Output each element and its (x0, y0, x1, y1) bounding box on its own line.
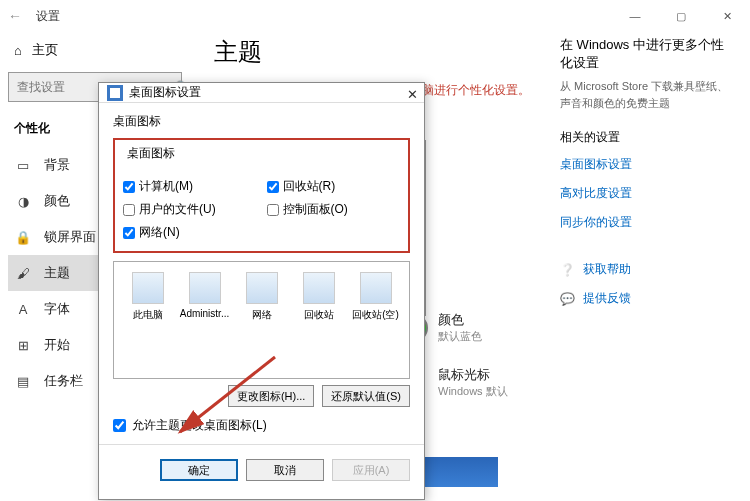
dialog-titlebar: 桌面图标设置 ✕ (99, 83, 424, 102)
dialog-close-button[interactable]: ✕ (407, 87, 418, 102)
minimize-button[interactable]: — (612, 0, 658, 32)
desktop-icon-image (303, 272, 335, 304)
cursor-label: 鼠标光标 (438, 366, 508, 384)
desktop-icon-label: 回收站(空) (352, 309, 399, 320)
start-icon: ⊞ (14, 338, 32, 353)
desktop-icon-image (189, 272, 221, 304)
related-settings-title: 相关的设置 (560, 129, 730, 146)
close-window-button[interactable]: ✕ (704, 0, 750, 32)
page-title: 主题 (214, 32, 560, 82)
check-user-files[interactable]: 用户的文件(U) (123, 201, 257, 218)
desktop-icon-option[interactable]: 回收站 (293, 272, 344, 368)
desktop-icon-image (360, 272, 392, 304)
group-label: 桌面图标 (113, 113, 410, 130)
sidebar-item-label: 任务栏 (44, 372, 83, 390)
check-control-panel[interactable]: 控制面板(O) (267, 201, 401, 218)
ok-button[interactable]: 确定 (160, 459, 238, 481)
cancel-button[interactable]: 取消 (246, 459, 324, 481)
home-label: 主页 (32, 41, 58, 59)
desktop-icon-option[interactable]: Administr... (179, 272, 230, 368)
restore-defaults-button[interactable]: 还原默认值(S) (322, 385, 410, 407)
desktop-icon-option[interactable]: 回收站(空) (350, 272, 401, 368)
back-button[interactable]: ← (8, 8, 36, 24)
window-buttons: — ▢ ✕ (612, 0, 750, 32)
allow-themes-change-check[interactable]: 允许主题更改桌面图标(L) (113, 417, 410, 434)
highlighted-group: 桌面图标 计算机(M) 回收站(R) 用户的文件(U) 控制面板(O) 网络(N… (113, 138, 410, 253)
desktop-icon-option[interactable]: 此电脑 (122, 272, 173, 368)
sidebar-item-label: 颜色 (44, 192, 70, 210)
desktop-icon-image (132, 272, 164, 304)
maximize-button[interactable]: ▢ (658, 0, 704, 32)
right-rail: 在 Windows 中进行更多个性化设置 从 Microsoft Store 下… (560, 32, 730, 501)
check-network[interactable]: 网络(N) (123, 224, 257, 241)
link-high-contrast[interactable]: 高对比度设置 (560, 185, 730, 202)
give-feedback-link[interactable]: 💬 提供反馈 (560, 290, 730, 307)
color-value: 默认蓝色 (438, 329, 482, 344)
color-label: 颜色 (438, 311, 482, 329)
group-legend: 桌面图标 (123, 145, 179, 162)
desktop-icon-image (246, 272, 278, 304)
font-icon: A (14, 302, 32, 317)
sidebar-item-label: 主题 (44, 264, 70, 282)
palette-icon: ◑ (14, 194, 32, 209)
desktop-icon-option[interactable]: 网络 (236, 272, 287, 368)
link-desktop-icons[interactable]: 桌面图标设置 (560, 156, 730, 173)
theme-icon: 🖌 (14, 266, 32, 281)
sidebar-item-label: 字体 (44, 300, 70, 318)
desktop-icon-label: 回收站 (304, 309, 334, 320)
image-icon: ▭ (14, 158, 32, 173)
change-icon-button[interactable]: 更改图标(H)... (228, 385, 314, 407)
home-nav[interactable]: ⌂ 主页 (8, 32, 182, 68)
check-recycle-bin[interactable]: 回收站(R) (267, 178, 401, 195)
more-personalization-title: 在 Windows 中进行更多个性化设置 (560, 36, 730, 72)
cursor-value: Windows 默认 (438, 384, 508, 399)
taskbar-icon: ▤ (14, 374, 32, 389)
desktop-icon-label: Administr... (180, 308, 229, 319)
sidebar-item-label: 锁屏界面 (44, 228, 96, 246)
get-help-link[interactable]: ❔ 获取帮助 (560, 261, 730, 278)
desktop-icon-label: 此电脑 (133, 309, 163, 320)
sidebar-item-label: 开始 (44, 336, 70, 354)
help-icon: ❔ (560, 263, 575, 277)
more-personalization-desc: 从 Microsoft Store 下载兼具壁纸、声音和颜色的免费主题 (560, 78, 730, 111)
feedback-icon: 💬 (560, 292, 575, 306)
desktop-icon-label: 网络 (252, 309, 272, 320)
lock-icon: 🔒 (14, 230, 32, 245)
sidebar-item-label: 背景 (44, 156, 70, 174)
apply-button[interactable]: 应用(A) (332, 459, 410, 481)
desktop-icon-settings-dialog: 桌面图标设置 ✕ 桌面图标 桌面图标 计算机(M) 回收站(R) 用户的文件(U… (98, 82, 425, 500)
icon-preview-list: 此电脑Administr...网络回收站回收站(空) (113, 261, 410, 379)
home-icon: ⌂ (14, 43, 22, 58)
theme-tile[interactable] (414, 457, 498, 487)
shield-icon (107, 85, 123, 101)
svg-rect-1 (110, 88, 120, 98)
window-title: 设置 (36, 8, 60, 25)
link-sync-settings[interactable]: 同步你的设置 (560, 214, 730, 231)
dialog-title: 桌面图标设置 (129, 84, 201, 101)
check-computer[interactable]: 计算机(M) (123, 178, 257, 195)
